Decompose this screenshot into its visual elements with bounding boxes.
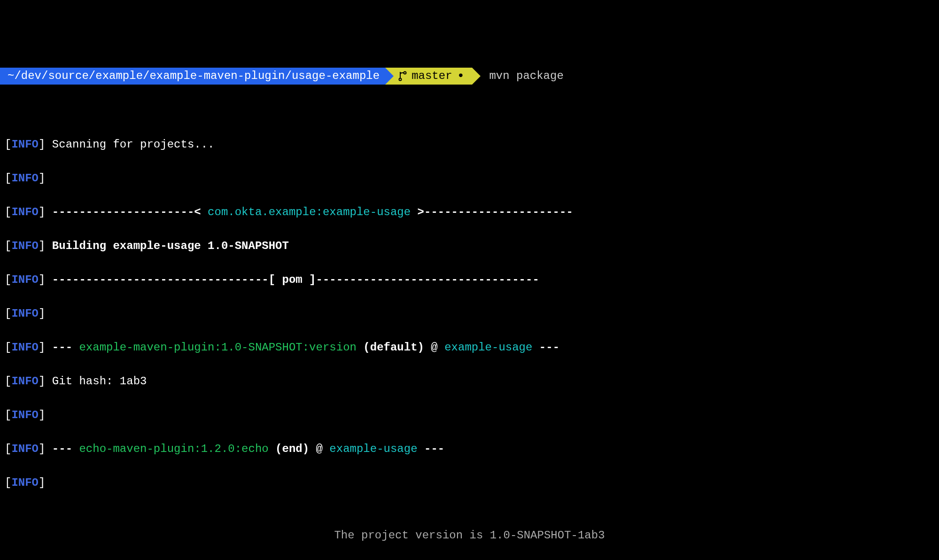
log-line: [INFO] Scanning for projects...: [5, 136, 934, 153]
packaging-line: --------------------------------[ pom ]-…: [52, 273, 539, 286]
git-branch-name: master: [411, 68, 452, 85]
git-hash-text: Git hash: 1ab3: [52, 375, 147, 388]
cwd-path: ~/dev/source/example/example-maven-plugi…: [8, 68, 380, 85]
prompt-bar: ~/dev/source/example/example-maven-plugi…: [0, 68, 939, 85]
log-level: INFO: [11, 206, 39, 218]
prompt-path-segment: ~/dev/source/example/example-maven-plugi…: [0, 68, 385, 85]
git-branch-icon: [398, 71, 407, 81]
log-line: [INFO] --------------------------------[…: [5, 272, 934, 288]
log-text: Scanning for projects...: [52, 138, 215, 151]
log-line: [INFO]: [5, 407, 934, 424]
log-line: [INFO] Git hash: 1ab3: [5, 373, 934, 390]
log-level: INFO: [11, 138, 39, 151]
log-level: INFO: [11, 341, 39, 354]
log-line: [INFO]: [5, 170, 934, 187]
echo-output: The project version is 1.0-SNAPSHOT-1ab3: [5, 508, 934, 560]
terminal-output: [INFO] Scanning for projects... [INFO] […: [0, 119, 939, 560]
building-text: Building example-usage 1.0-SNAPSHOT: [52, 240, 289, 252]
log-line: [INFO]: [5, 305, 934, 322]
svg-point-1: [404, 72, 406, 74]
log-level: INFO: [11, 375, 39, 388]
log-line: [INFO] Building example-usage 1.0-SNAPSH…: [5, 238, 934, 255]
log-level: INFO: [11, 172, 39, 185]
svg-point-0: [399, 78, 402, 81]
plugin-goal: example-maven-plugin:1.0-SNAPSHOT:versio…: [79, 341, 357, 354]
log-line: [INFO] ---------------------< com.okta.e…: [5, 204, 934, 221]
prompt-command[interactable]: mvn package: [472, 68, 563, 85]
plugin-goal: echo-maven-plugin:1.2.0:echo: [79, 443, 268, 455]
log-level: INFO: [11, 443, 39, 455]
log-level: INFO: [11, 240, 39, 252]
log-level: INFO: [11, 307, 39, 320]
log-level: INFO: [11, 273, 39, 286]
log-level: INFO: [11, 409, 39, 421]
log-line: [INFO]: [5, 474, 934, 491]
project-coords: com.okta.example:example-usage: [208, 206, 411, 218]
log-line: [INFO] --- example-maven-plugin:1.0-SNAP…: [5, 339, 934, 356]
plugin-target: example-usage: [329, 443, 417, 455]
plugin-target: example-usage: [444, 341, 532, 354]
log-level: INFO: [11, 476, 39, 489]
prompt-git-segment: master •: [385, 68, 472, 85]
log-line: [INFO] --- echo-maven-plugin:1.2.0:echo …: [5, 441, 934, 458]
